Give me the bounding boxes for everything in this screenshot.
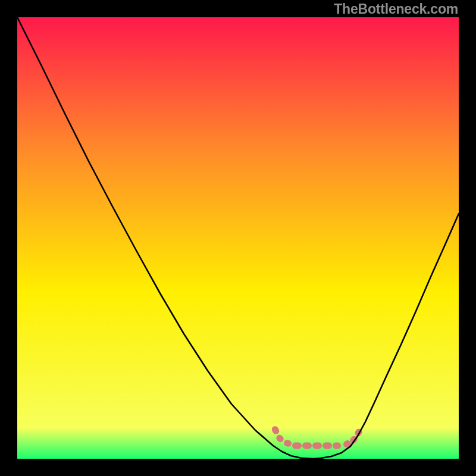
highlight-dash: [333, 443, 341, 449]
chart-svg: [17, 17, 459, 459]
plot-area: [17, 17, 459, 459]
chart-frame: TheBottleneck.com: [0, 0, 476, 476]
highlight-dash: [322, 442, 332, 449]
highlight-dash: [302, 442, 312, 449]
highlight-dash: [292, 442, 302, 449]
watermark: TheBottleneck.com: [334, 1, 458, 17]
gradient-background: [17, 17, 459, 459]
highlight-dash: [312, 442, 322, 449]
